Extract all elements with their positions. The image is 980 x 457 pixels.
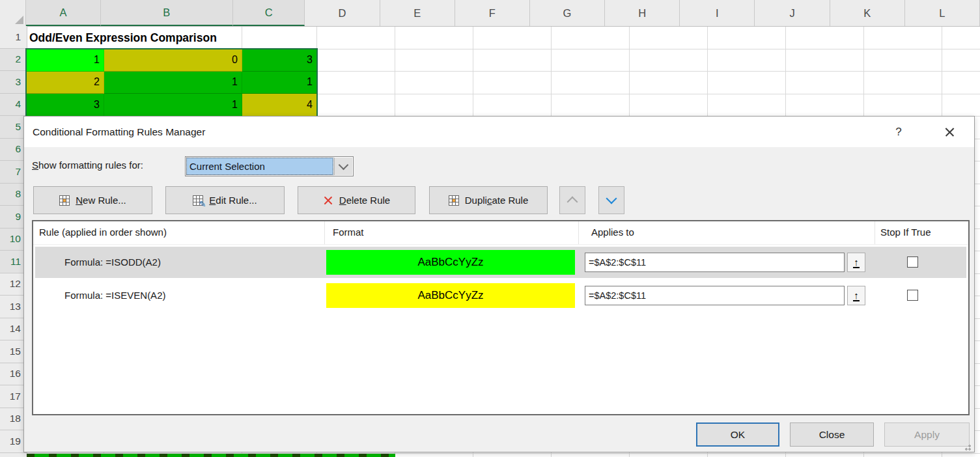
- new-rule-button[interactable]: New Rule...: [33, 186, 152, 214]
- column-header-C[interactable]: C: [233, 0, 305, 26]
- stop-if-true-checkbox[interactable]: [907, 256, 918, 268]
- edit-rule-label: Edit Rule...: [209, 195, 257, 206]
- column-header-L[interactable]: L: [905, 0, 980, 26]
- apply-button[interactable]: Apply: [884, 422, 970, 447]
- dropdown-arrow-button[interactable]: [334, 158, 352, 175]
- row-header-16[interactable]: 16: [0, 363, 27, 386]
- help-icon[interactable]: ?: [890, 124, 907, 141]
- sheet-cell[interactable]: 0: [104, 49, 242, 72]
- new-rule-label: New Rule...: [76, 195, 126, 206]
- row-header-5[interactable]: 5: [0, 116, 27, 139]
- collapse-dialog-range-button[interactable]: ↑: [847, 286, 865, 305]
- ok-button[interactable]: OK: [696, 422, 779, 447]
- select-all-button[interactable]: [0, 0, 26, 26]
- rule-description: Formula: =ISEVEN(A2): [64, 280, 165, 311]
- column-header-B[interactable]: B: [101, 0, 233, 26]
- row-header-3[interactable]: 3: [0, 71, 27, 94]
- column-header-D[interactable]: D: [305, 0, 380, 26]
- column-header-K[interactable]: K: [830, 0, 905, 26]
- rule-row[interactable]: Formula: =ISODD(A2)AaBbCcYyZz↑: [35, 247, 966, 278]
- close-icon[interactable]: [940, 122, 959, 142]
- row-header-1[interactable]: 1: [0, 26, 27, 49]
- rules-toolbar: New Rule... ✎ Edit Rule... Delete Rule D…: [33, 186, 624, 214]
- row-header-14[interactable]: 14: [0, 318, 27, 341]
- column-header-rule: Rule (applied in order shown): [33, 221, 324, 244]
- sheet-cell[interactable]: 1: [242, 72, 317, 94]
- rules-list: Rule (applied in order shown) Format App…: [32, 220, 970, 415]
- sheet-cell[interactable]: 3: [242, 49, 317, 72]
- rule-description: Formula: =ISODD(A2): [64, 247, 161, 278]
- column-header-F[interactable]: F: [455, 0, 530, 26]
- column-header-G[interactable]: G: [530, 0, 605, 26]
- chevron-up-icon: [567, 197, 578, 208]
- show-rules-for-label: Show formatting rules for:: [32, 157, 143, 174]
- row-header-19[interactable]: 19: [0, 430, 27, 453]
- dropdown-selected-value: Current Selection: [186, 158, 333, 175]
- row-header-10[interactable]: 10: [0, 228, 27, 251]
- column-header-E[interactable]: E: [380, 0, 455, 26]
- resize-grip[interactable]: [962, 443, 971, 450]
- applies-to-input[interactable]: [585, 286, 845, 305]
- column-header-J[interactable]: J: [755, 0, 830, 26]
- column-header-stop-if-true: Stop If True: [875, 221, 968, 244]
- column-header-applies-to: Applies to: [578, 221, 875, 244]
- sheet-cell[interactable]: 1: [104, 72, 242, 94]
- row-header-18[interactable]: 18: [0, 408, 27, 431]
- select-all-icon: [15, 16, 23, 24]
- rule-row[interactable]: Formula: =ISEVEN(A2)AaBbCcYyZz↑: [35, 280, 966, 311]
- delete-rule-label: Delete Rule: [339, 195, 390, 206]
- dialog-title: Conditional Formatting Rules Manager: [33, 117, 205, 147]
- duplicate-rule-button[interactable]: Duplicate Rule: [429, 186, 548, 214]
- applies-to-input[interactable]: [585, 253, 845, 272]
- column-header-A[interactable]: A: [26, 0, 100, 26]
- row-header-2[interactable]: 2: [0, 49, 27, 72]
- row-header-9[interactable]: 9: [0, 206, 27, 228]
- row-header-4[interactable]: 4: [0, 94, 27, 117]
- sheet-cell[interactable]: 3: [27, 94, 104, 117]
- sheet-cell[interactable]: 4: [242, 94, 317, 117]
- stop-if-true-checkbox[interactable]: [907, 290, 918, 301]
- row-header-17[interactable]: 17: [0, 385, 27, 408]
- format-preview-swatch: AaBbCcYyZz: [326, 250, 575, 275]
- duplicate-rule-grid-icon: [449, 195, 459, 206]
- row-header-13[interactable]: 13: [0, 296, 27, 318]
- rules-list-header: Rule (applied in order shown) Format App…: [33, 221, 968, 245]
- column-headers: ABCDEFGHIJKL: [0, 0, 980, 27]
- conditional-formatting-rules-manager-dialog: Conditional Formatting Rules Manager ? S…: [23, 116, 975, 452]
- row20-peek-strip: [27, 454, 395, 457]
- edit-rule-button[interactable]: ✎ Edit Rule...: [165, 186, 285, 214]
- column-header-I[interactable]: I: [680, 0, 755, 26]
- chevron-down-icon: [606, 193, 617, 204]
- show-rules-for-dropdown[interactable]: Current Selection: [185, 156, 354, 176]
- row-header-15[interactable]: 15: [0, 340, 27, 363]
- edit-rule-pencil-icon: ✎: [193, 195, 203, 206]
- sheet-cell[interactable]: 1: [27, 49, 104, 72]
- move-rule-down-button[interactable]: [598, 186, 624, 214]
- duplicate-rule-label: Duplicate Rule: [465, 195, 529, 206]
- dialog-titlebar[interactable]: Conditional Formatting Rules Manager ?: [24, 117, 974, 147]
- row-header-20[interactable]: 20: [0, 453, 27, 457]
- range-picker-icon: ↑: [853, 257, 860, 268]
- delete-rule-button[interactable]: Delete Rule: [298, 186, 415, 214]
- sheet-cell[interactable]: 2: [27, 72, 104, 94]
- row-header-12[interactable]: 12: [0, 273, 27, 296]
- new-rule-grid-icon: [59, 195, 70, 206]
- format-preview-swatch: AaBbCcYyZz: [326, 283, 575, 308]
- sheet-title-cell[interactable]: Odd/Even Expression Comparison: [29, 27, 223, 49]
- delete-x-icon: [323, 195, 333, 206]
- column-header-H[interactable]: H: [605, 0, 680, 26]
- close-button[interactable]: Close: [790, 422, 874, 447]
- collapse-dialog-range-button[interactable]: ↑: [847, 253, 865, 272]
- row-header-6[interactable]: 6: [0, 139, 27, 161]
- range-picker-icon: ↑: [853, 290, 860, 301]
- row-header-7[interactable]: 7: [0, 161, 27, 184]
- move-rule-up-button[interactable]: [559, 186, 585, 214]
- chevron-down-icon: [339, 160, 349, 171]
- sheet-cell[interactable]: 1: [104, 94, 242, 117]
- row-header-8[interactable]: 8: [0, 184, 27, 206]
- row-header-11[interactable]: 11: [0, 251, 27, 273]
- column-header-format: Format: [324, 221, 578, 244]
